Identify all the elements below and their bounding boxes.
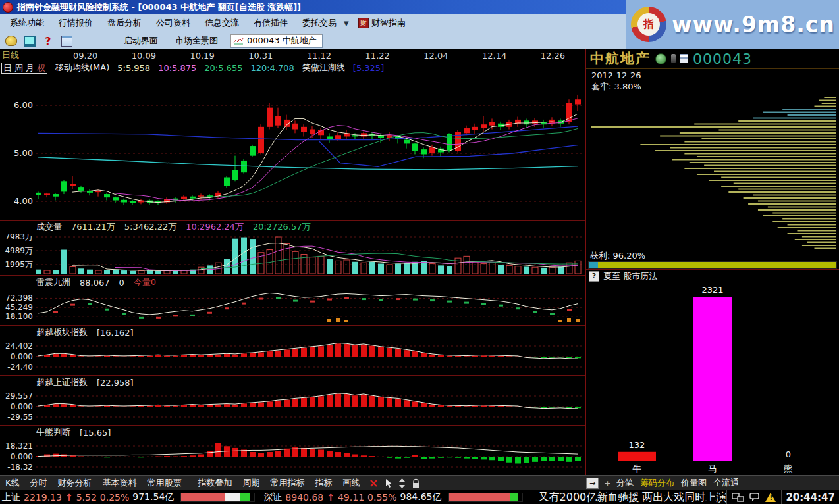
oscillator-bar	[429, 405, 435, 407]
expand-arrow-button[interactable]: →	[586, 478, 599, 489]
oscillator-bar	[566, 407, 572, 408]
index-outperform-chart[interactable]: 29.5570.000-29.55	[0, 388, 585, 425]
lock-icon[interactable]	[412, 478, 420, 488]
oscillator-bar	[327, 395, 333, 407]
tool-tab[interactable]: 周期	[238, 477, 265, 489]
period-button[interactable]: 权	[36, 63, 47, 73]
chip-distribution-chart[interactable]	[586, 93, 839, 251]
candle	[258, 127, 264, 153]
sh-breadth-bar	[180, 493, 255, 502]
chip-bar	[701, 138, 836, 139]
launch-button[interactable]: 启动界面	[119, 35, 163, 47]
help-question-icon[interactable]: ?	[42, 35, 54, 47]
view-tab[interactable]: 财务分析	[53, 477, 97, 489]
oscillator-bar	[387, 398, 392, 407]
compass-tool-icon[interactable]	[5, 35, 17, 47]
menu-item[interactable]: 系统功能	[3, 17, 51, 29]
warning-icon[interactable]	[765, 493, 776, 502]
panel-tab[interactable]: 价量图	[681, 477, 707, 489]
oscillator-bar	[566, 457, 572, 462]
menu-item-guide[interactable]: 财智指南	[371, 17, 406, 29]
tool-tab[interactable]: 常用指标	[265, 477, 310, 489]
main-candlestick-chart[interactable]: 6.005.004.00	[0, 74, 585, 220]
market-map-button[interactable]: 市场全景图	[170, 35, 223, 47]
menu-items: 系统功能行情报价盘后分析公司资料信息交流有偿插件委托交易	[3, 17, 344, 29]
trend-dash	[550, 313, 555, 315]
menu-dropdown-arrow[interactable]: ▼	[344, 20, 353, 27]
candle	[352, 135, 358, 136]
candle	[121, 200, 127, 203]
menu-item[interactable]: 公司资料	[149, 17, 198, 29]
panel-tab[interactable]: 全流通	[713, 477, 739, 489]
oscillator-bar	[181, 355, 187, 357]
menu-item[interactable]: 委托交易	[295, 17, 344, 29]
candle	[267, 108, 273, 127]
volume-bar	[241, 238, 247, 274]
oscillator-bar	[284, 400, 290, 407]
svg-text:6.00: 6.00	[14, 100, 33, 110]
stock-selector[interactable]: 000043 中航地产	[230, 34, 323, 48]
oscillator-bar	[70, 405, 76, 407]
volume-bar	[78, 268, 84, 274]
svg-text:72.398: 72.398	[5, 293, 33, 303]
monitor-icon[interactable]	[24, 35, 36, 47]
view-tab[interactable]: K线	[0, 477, 25, 489]
oscillator-bar	[70, 455, 76, 457]
tool-tab[interactable]: 指标	[310, 477, 338, 489]
volume-bar	[113, 270, 119, 274]
delete-icon[interactable]	[369, 479, 378, 488]
oscillator-bar	[541, 357, 547, 358]
volume-bar	[506, 265, 512, 274]
menu-item[interactable]: 信息交流	[198, 17, 246, 29]
panel-tab[interactable]: 分笔	[616, 477, 634, 489]
updown-arrows-icon[interactable]	[398, 478, 406, 488]
menu-item[interactable]: 行情报价	[51, 17, 100, 29]
volume-bar	[481, 264, 487, 274]
oscillator-bar	[113, 457, 119, 457]
shanghai-index[interactable]: 上证 2219.13 ↑ 5.52 0.25% 971.54亿	[0, 491, 174, 503]
period-button[interactable]: 周	[13, 63, 24, 73]
oscillator-bar	[438, 457, 444, 458]
signal-mark	[576, 319, 580, 322]
calendar-help-icon[interactable]: ?	[589, 271, 599, 282]
oscillator-bar	[215, 443, 221, 457]
chip-bar	[782, 109, 836, 110]
panel-tab[interactable]: 筹码分布	[640, 477, 674, 489]
bull-bear-chart[interactable]: 18.3210.000-18.32	[0, 438, 585, 475]
oscillator-bar	[412, 351, 418, 357]
candle	[232, 170, 238, 180]
cursor-hand-icon[interactable]	[384, 478, 392, 488]
oscillator-bar	[53, 454, 59, 457]
plus-mark[interactable]: +	[604, 478, 611, 488]
volume-bar	[44, 270, 50, 274]
news-ticker[interactable]: 又有2000亿新血驰援 两出大戏同时上演	[539, 491, 727, 504]
oscillator-bar	[327, 345, 333, 357]
menu-item[interactable]: 盘后分析	[100, 17, 149, 29]
shenzhen-index[interactable]: 深证 8940.68 ↑ 49.11 0.55% 984.65亿	[261, 491, 441, 503]
candle	[481, 124, 487, 128]
sector-outperform-chart[interactable]: 24.4020.000-24.40	[0, 338, 585, 375]
period-button[interactable]: 日	[2, 63, 13, 73]
report-icon[interactable]	[61, 35, 72, 47]
oscillator-bar	[318, 450, 324, 457]
view-tab[interactable]: 基本资料	[97, 477, 142, 489]
oscillator-bar	[164, 406, 170, 407]
view-tab[interactable]: 常用股票	[142, 477, 187, 489]
chip-bar	[721, 186, 836, 187]
tool-tab[interactable]: 画线	[338, 477, 365, 489]
volume-chart[interactable]: 7983万4989万1995万	[0, 233, 585, 275]
network-icon[interactable]	[732, 493, 744, 503]
document-icon[interactable]	[680, 54, 688, 63]
period-button[interactable]: 月	[24, 63, 36, 73]
message-icon[interactable]	[749, 493, 760, 502]
leizhenjiuzhou-chart[interactable]: 72.39845.24918.100	[0, 288, 585, 325]
nx-header: 牛熊判断 [15.65]	[0, 425, 585, 438]
market-calendar-chart[interactable]: 132牛2321马0熊	[586, 282, 839, 473]
volume-bar	[532, 267, 538, 274]
volume-bar	[472, 262, 478, 274]
view-tab[interactable]: 分时	[25, 477, 53, 489]
menu-item[interactable]: 有偿插件	[246, 17, 295, 29]
sz-amount: 984.65亿	[400, 491, 442, 503]
tool-tab[interactable]: 指数叠加	[193, 477, 238, 489]
oscillator-bar	[361, 395, 367, 407]
